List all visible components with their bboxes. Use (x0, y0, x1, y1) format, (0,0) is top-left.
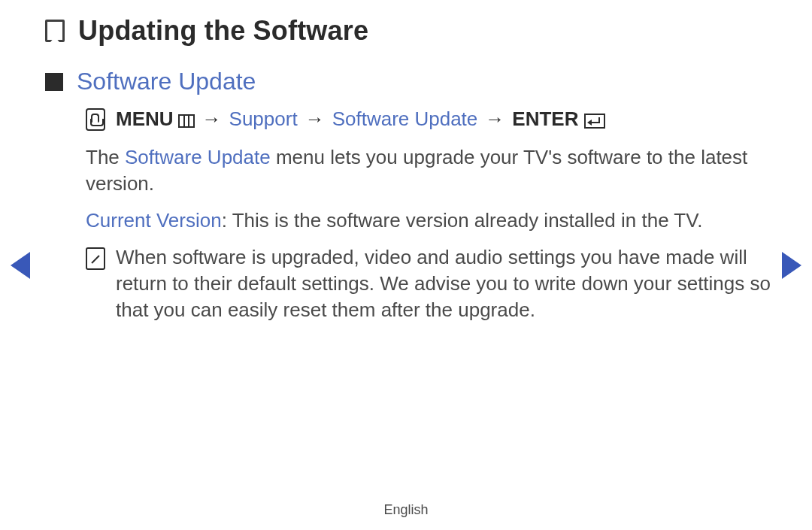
section-header: Software Update (45, 68, 782, 95)
menu-button-icon (178, 114, 195, 128)
intro-pre: The (86, 146, 125, 168)
bookmark-icon (45, 20, 65, 42)
hand-icon (86, 108, 105, 131)
page-title-row: Updating the Software (45, 15, 782, 47)
note-text: When software is upgraded, video and aud… (116, 244, 782, 323)
path-software-update: Software Update (332, 108, 478, 131)
manual-page: Updating the Software Software Update ME… (0, 0, 812, 530)
enter-label: ENTER (512, 108, 578, 131)
current-version-paragraph: Current Version: This is the software ve… (86, 207, 782, 234)
section: Software Update MENU → Support → Softwar… (45, 68, 782, 324)
page-title: Updating the Software (78, 15, 368, 47)
note-row: When software is upgraded, video and aud… (86, 244, 782, 323)
section-bullet-icon (45, 73, 63, 91)
next-page-arrow[interactable] (782, 252, 801, 279)
section-title: Software Update (77, 68, 256, 95)
enter-button-icon (584, 114, 605, 129)
path-support: Support (229, 108, 298, 131)
arrow-separator: → (198, 108, 226, 131)
menu-path: MENU → Support → Software Update → ENTER (86, 108, 782, 131)
menu-label: MENU (116, 108, 174, 131)
intro-paragraph: The Software Update menu lets you upgrad… (86, 144, 782, 197)
arrow-separator: → (301, 108, 329, 131)
intro-highlight: Software Update (125, 146, 271, 168)
note-icon (86, 247, 105, 270)
footer-language: English (0, 502, 812, 518)
current-version-label: Current Version (86, 209, 222, 232)
current-version-text: This is the software version already ins… (232, 209, 703, 232)
prev-page-arrow[interactable] (11, 252, 30, 279)
arrow-separator: → (480, 108, 509, 131)
section-body: MENU → Support → Software Update → ENTER… (86, 108, 782, 324)
current-version-sep: : (222, 209, 232, 232)
